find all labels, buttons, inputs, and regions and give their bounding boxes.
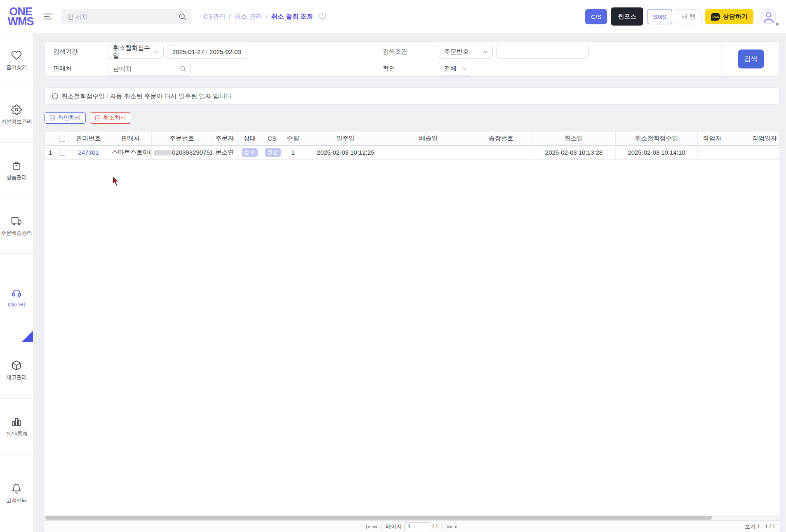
data-grid: 관리번호 판매처 주문번호 주문자 상태 CS 수량 발주일 배송일 송장번호 … xyxy=(45,131,779,532)
confirm-label: 확인 xyxy=(383,65,439,73)
qty-cell: 1 xyxy=(282,146,304,160)
work-date-cell xyxy=(727,146,780,160)
breadcrumb-separator: / xyxy=(229,13,231,20)
order-date-cell: 2025-02-03 10:12:25 xyxy=(304,146,387,160)
truck-icon xyxy=(11,216,22,226)
page-input[interactable] xyxy=(405,522,430,531)
search-button-area: 검색 xyxy=(722,42,779,76)
breadcrumb-current: 취소 철회 조회 xyxy=(271,12,313,21)
logo[interactable]: ONE WMS xyxy=(0,7,41,26)
seller-input-wrap xyxy=(108,62,191,75)
bell-icon xyxy=(11,483,22,494)
sidebar-item-order-shipping[interactable]: 주문배송관리 xyxy=(0,198,33,254)
redacted-order-prefix xyxy=(154,150,171,155)
orders-table: 관리번호 판매처 주문번호 주문자 상태 CS 수량 발주일 배송일 송장번호 … xyxy=(45,131,780,160)
mgmt-no-link[interactable]: 247301 xyxy=(78,149,99,156)
row-select-cell xyxy=(56,146,68,160)
sidebar-item-favorites[interactable]: 즐겨찾기 xyxy=(0,33,33,87)
cancel-process-button[interactable]: 취소처리 xyxy=(90,112,131,124)
date-range-input[interactable]: 2025-01-27 - 2025-02-03 xyxy=(167,45,248,59)
cancel-date-cell: 2025-02-03 10:13:28 xyxy=(532,146,616,160)
col-ship-date: 배송일 xyxy=(387,132,470,146)
mgmt-no-cell: 247301 xyxy=(68,146,109,160)
search-icon[interactable] xyxy=(178,12,186,21)
col-order-no: 주문번호 xyxy=(152,132,212,146)
chevron-down-icon xyxy=(154,49,159,55)
first-page-button[interactable]: ◀ xyxy=(366,525,371,529)
breadcrumb-level1[interactable]: CS관리 xyxy=(204,12,226,21)
breadcrumb-level2[interactable]: 취소 관리 xyxy=(235,12,262,21)
breadcrumb: CS관리 / 취소 관리 / 취소 철회 조회 xyxy=(204,12,326,21)
cs-button[interactable]: C/S xyxy=(585,9,607,24)
col-work-date: 작업일자 xyxy=(727,132,780,146)
scrollbar-thumb[interactable] xyxy=(45,516,712,520)
cs-cell: 정상 xyxy=(262,146,282,160)
col-worker: 작업자 xyxy=(698,132,727,146)
new-tab-button[interactable]: 새 탭 xyxy=(676,9,701,24)
sms-button[interactable]: SMS xyxy=(647,9,672,24)
condition-type-value: 주문번호 xyxy=(444,48,469,56)
favorite-heart-icon[interactable] xyxy=(318,13,326,21)
consult-button[interactable]: TALK 상담하기 xyxy=(705,9,753,24)
col-orderer: 주문자 xyxy=(212,132,238,146)
sidebar-label: 주문배송관리 xyxy=(0,230,33,236)
period-type-value: 취소철회접수일 xyxy=(113,44,152,60)
sidebar-item-settlement[interactable]: 정산/통계 xyxy=(0,399,33,455)
confirm-process-button[interactable]: 확인처리 xyxy=(45,112,86,124)
cs-badge: 정상 xyxy=(265,148,281,157)
select-all-checkbox[interactable] xyxy=(59,136,65,142)
seller-cell: 스마트스토어(미디 xyxy=(109,146,152,160)
hamburger-menu-icon[interactable] xyxy=(44,14,52,19)
col-seller: 판매처 xyxy=(109,132,152,146)
invoice-no-cell xyxy=(470,146,532,160)
col-row-number xyxy=(45,132,56,146)
seller-input[interactable] xyxy=(108,62,190,75)
sidebar-label: 즐겨찾기 xyxy=(5,64,28,71)
page-label: 페이지 xyxy=(386,523,402,530)
sidebar-label: 재고관리 xyxy=(5,374,28,381)
user-avatar[interactable] xyxy=(760,8,777,25)
global-search-input[interactable] xyxy=(61,9,191,24)
page-total: / 1 xyxy=(432,523,438,530)
horizontal-scrollbar[interactable] xyxy=(45,515,779,520)
notice-bar: 취소철회접수일 : 자동 취소된 주문이 다시 발주된 일자 입니다 xyxy=(45,87,779,105)
search-icon[interactable] xyxy=(179,65,186,72)
prev-page-button[interactable]: ◀◀ xyxy=(370,525,378,529)
chevron-down-icon xyxy=(462,66,468,72)
header-actions: C/S 웹포스 SMS 새 탭 TALK 상담하기 xyxy=(585,7,777,26)
condition-type-select[interactable]: 주문번호 xyxy=(439,45,493,59)
orderer-cell: 문소연 xyxy=(212,146,238,160)
filter-seller: 판매처 xyxy=(53,62,383,75)
seller-label: 판매처 xyxy=(53,65,108,73)
checkbox-check-icon xyxy=(49,115,55,121)
bag-icon xyxy=(11,160,22,171)
pager-divider xyxy=(442,523,442,530)
last-page-button[interactable]: ▶ xyxy=(454,525,458,529)
confirm-select[interactable]: 전체 xyxy=(439,62,472,75)
condition-label: 검색조건 xyxy=(383,48,439,56)
sidebar-item-inventory[interactable]: 재고관리 xyxy=(0,342,33,399)
webpos-button[interactable]: 웹포스 xyxy=(611,7,643,26)
condition-value-input[interactable] xyxy=(496,45,589,59)
sidebar-label: 정산/통계 xyxy=(5,431,28,437)
table-row[interactable]: 1 247301 스마트스토어(미디 020393290751 문소연 접수 정… xyxy=(45,146,780,160)
sidebar-item-customer-center[interactable]: 고객센터 xyxy=(0,455,33,532)
sidebar-item-cs[interactable]: CS관리 xyxy=(0,254,33,342)
sidebar-item-products[interactable]: 상품관리 xyxy=(0,143,33,198)
col-mgmt-no: 관리번호 xyxy=(68,132,109,146)
view-range-label: 보기 1 - 1 / 1 xyxy=(745,523,775,530)
next-page-button[interactable]: ▶▶ xyxy=(446,525,454,529)
col-select-all xyxy=(56,132,68,146)
status-dot xyxy=(776,23,779,26)
sidebar-item-basic-info[interactable]: 기본정보관리 xyxy=(0,87,33,143)
cancel-process-label: 취소처리 xyxy=(103,114,126,122)
ship-date-cell xyxy=(387,146,470,160)
row-checkbox[interactable] xyxy=(59,150,65,156)
search-button[interactable]: 검색 xyxy=(738,49,764,68)
action-buttons: 확인처리 취소처리 xyxy=(45,112,779,124)
confirm-value: 전체 xyxy=(444,65,457,73)
col-qty: 수량 xyxy=(282,132,304,146)
consult-label: 상담하기 xyxy=(723,13,748,21)
headset-icon xyxy=(11,287,22,298)
period-type-select[interactable]: 취소철회접수일 xyxy=(108,45,164,59)
